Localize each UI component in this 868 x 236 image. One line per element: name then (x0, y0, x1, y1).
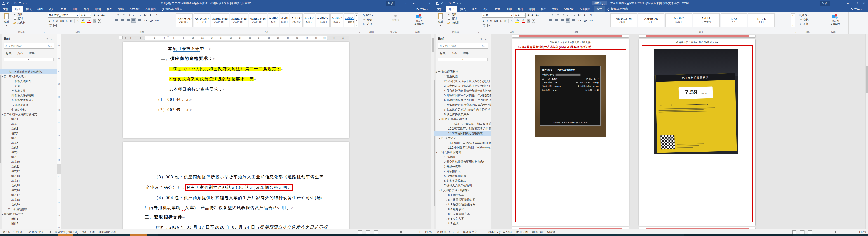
ribbon-tab[interactable]: 设计 (46, 6, 58, 12)
expand-arrow-icon[interactable]: ◢ (435, 152, 438, 153)
clipboard-dialog-launcher-icon[interactable]: ↘ (44, 32, 45, 34)
replace-button[interactable]: ab替换 (363, 18, 384, 21)
font-dialog-launcher-icon[interactable]: ↘ (111, 32, 112, 34)
nav-outline-item[interactable]: 7 投标人关联单位说明 (434, 183, 491, 188)
nav-outline-item[interactable]: 4 具有良好的商业信誉和健全的财务会计制度的承诺 (434, 88, 491, 93)
ribbon-tab[interactable]: 开始 (11, 6, 23, 12)
numbering-button[interactable]: ▾ (554, 13, 559, 17)
style-card[interactable]: AaBbC 标题 5 (331, 13, 343, 27)
document-page-1[interactable]: 本项目兼投不兼中。↵ 二、供应商的资格要求：↵ 1.满足《中华人民共和国政府采购… (123, 42, 349, 138)
nav-outline-item[interactable]: ▷ 10.3 本项目的特定资格要求 (434, 131, 491, 136)
multilevel-list-button[interactable]: ▾ (126, 13, 130, 17)
align-left-button[interactable] (549, 18, 553, 23)
word-count[interactable]: 53335 个字 (463, 230, 477, 234)
superscript-button[interactable]: x² (69, 20, 73, 22)
word-count[interactable]: 10/41670 个字 (26, 230, 43, 234)
nav-outline-item[interactable]: 一 投标人须知表 (0, 79, 57, 84)
nav-outline-item[interactable]: 格式1 (0, 117, 57, 122)
ribbon-tab[interactable]: 引用 (503, 6, 515, 12)
zoom-level[interactable]: 140% (859, 230, 866, 234)
style-card[interactable]: AaBbCcDd ↵WPSOf... (211, 13, 229, 27)
grow-font-button[interactable]: A (526, 13, 530, 17)
sign-in-button[interactable]: 登录 (385, 1, 396, 6)
nav-outline-item[interactable]: 七 确定中标 (0, 107, 57, 112)
ribbon-tab[interactable]: 布局 (58, 6, 69, 12)
select-button[interactable]: ▷选择▾ (363, 22, 384, 26)
italic-button[interactable]: I (486, 19, 489, 23)
expand-arrow-icon[interactable]: ◢ (1, 76, 4, 78)
save-icon[interactable] (436, 2, 439, 4)
decrease-indent-button[interactable]: ⇤ (565, 13, 570, 18)
decrease-indent-button[interactable]: ⇤ (131, 13, 136, 18)
document-scrollbar[interactable] (431, 34, 434, 229)
shrink-font-button[interactable]: A (96, 14, 100, 17)
ribbon-display-options-button[interactable]: ︿ (835, 0, 844, 6)
zoom-out-button[interactable]: − (816, 230, 818, 234)
nav-outline-item[interactable]: 格式12 (0, 169, 57, 174)
expand-arrow-icon[interactable]: ▷ (445, 213, 448, 215)
zoom-slider[interactable] (388, 232, 415, 232)
nav-outline-item[interactable]: 格式14 (0, 179, 57, 183)
expand-arrow-icon[interactable]: ◢ (435, 71, 438, 73)
ribbon-tab[interactable]: 绘图 (469, 6, 480, 12)
nav-outline-item[interactable]: ◢ 第四章 评标方法 (0, 212, 57, 216)
nav-outline-item[interactable]: 3 开标一览表 (434, 164, 491, 169)
track-changes-indicator[interactable]: 修订: 关闭 (82, 230, 95, 234)
nav-tab-pages[interactable]: 页面 (15, 51, 25, 57)
nav-outline-item[interactable]: 二 总则 (0, 84, 57, 88)
accessibility-indicator[interactable]: 辅助功能: 不可用 (99, 230, 119, 234)
nav-outline-item[interactable]: 四 投标文件的编制 (0, 93, 57, 98)
style-card[interactable]: AaBbCcD ↵Table P... (638, 13, 664, 27)
shrink-font-button[interactable]: A (531, 14, 534, 17)
expand-arrow-icon[interactable]: ◢ (438, 138, 441, 139)
strikethrough-button[interactable]: abc (59, 20, 65, 22)
increase-indent-button[interactable]: ⇥ (137, 13, 142, 18)
nav-search-input[interactable] (5, 44, 47, 48)
nav-outline-item[interactable]: 格式8 (0, 150, 57, 155)
show-marks-button[interactable]: ¶ (589, 13, 593, 18)
style-card[interactable]: AaBb( 标题 (268, 13, 279, 27)
font-name-combo[interactable]: 方正仿宋_GB231▾ (48, 13, 79, 18)
styles-gallery-scroll[interactable]: ▴▾⌄ (791, 13, 795, 27)
change-case-button[interactable]: Aa (100, 13, 105, 17)
undo-caret-icon[interactable]: ▾ (445, 2, 446, 4)
style-card[interactable]: AaBbCcDd ↵table... (610, 13, 637, 27)
styles-gallery-scroll[interactable]: ▴▾⌄ (354, 13, 359, 27)
nav-outline-item[interactable]: 五 投标文件的递交 (0, 98, 57, 102)
nav-outline-item[interactable]: 格式7 (0, 145, 57, 150)
font-name-combo[interactable]: 宋体▾ (482, 13, 513, 18)
expand-arrow-icon[interactable]: ▷ (445, 195, 448, 196)
nav-outline-item[interactable]: ◢ 一 资格证明材料 (434, 69, 491, 74)
nav-outline-item[interactable]: 附件2 (0, 221, 57, 226)
expand-arrow-icon[interactable]: ◢ (438, 118, 441, 120)
justify-button[interactable] (131, 18, 136, 23)
restore-button[interactable] (852, 0, 860, 6)
read-mode-button[interactable] (792, 230, 796, 234)
document-scrollbar[interactable] (865, 34, 868, 229)
nav-outline-item[interactable]: 6 商务条款偏离表 (434, 179, 491, 183)
web-layout-button[interactable] (374, 230, 378, 234)
asian-layout-button[interactable]: A⇄ (143, 13, 148, 18)
style-card[interactable]: 1. 1. 1. 1.1.1 (748, 13, 775, 27)
bold-button[interactable]: B (48, 19, 51, 23)
share-button[interactable]: ⇱ 共享 ▾ (414, 6, 430, 12)
nav-outline-item[interactable]: 6 开标时间前六个月内任一个月的依法缴纳社会保障 (434, 98, 491, 102)
right-indent-marker[interactable]: △ (327, 38, 328, 40)
nav-outline-item[interactable]: ◢ 第二章 投标文件内容及格式 (0, 112, 57, 117)
multilevel-list-button[interactable]: ▾ (560, 13, 565, 17)
language-indicator[interactable]: 简体中文(中国大陆) (55, 230, 78, 234)
replace-button[interactable]: ab替换 (799, 18, 820, 21)
borders-button[interactable]: ⊞▾ (589, 19, 593, 23)
enclose-characters-button[interactable]: 字 (532, 19, 535, 23)
sign-in-button[interactable]: 登录 (820, 1, 830, 6)
close-button[interactable]: × (426, 0, 434, 6)
highlight-color-button[interactable]: ab (80, 19, 86, 23)
line-spacing-button[interactable]: ⇕▾ (143, 19, 148, 23)
ribbon-tab[interactable]: 插入 (457, 6, 469, 12)
ribbon-tab[interactable]: 文件 (0, 6, 11, 12)
enclose-characters-button[interactable]: 字 (98, 19, 101, 23)
nav-outline-item[interactable]: 10.1 满足《中华人民共和国政府采购法》第二十 (434, 122, 491, 126)
tell-me-search[interactable]: 操作说明搜索 (607, 6, 628, 12)
search-caret-icon[interactable]: ▾ (485, 45, 486, 47)
nav-tab-headings[interactable]: 标题 (438, 51, 448, 57)
